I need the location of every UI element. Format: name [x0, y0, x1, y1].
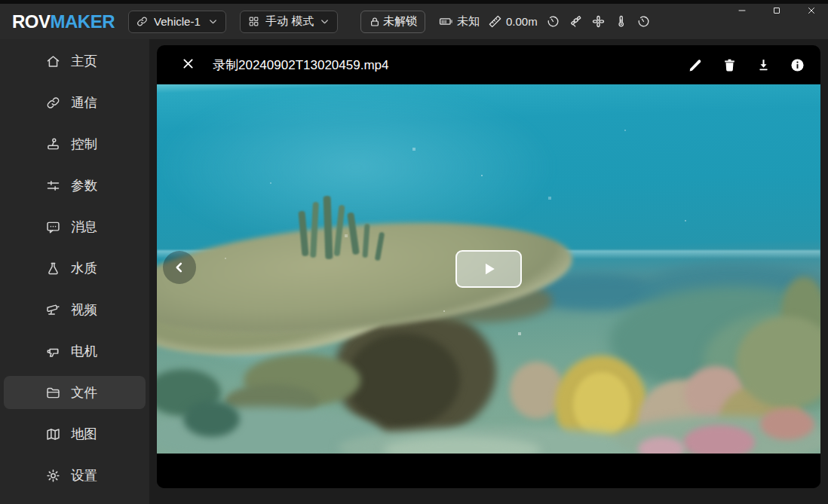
player-footer [157, 454, 820, 488]
main-content: 录制20240902T13020459.mp4 [149, 39, 828, 504]
gauge-icon [546, 14, 560, 29]
home-icon [45, 53, 61, 69]
video-frame[interactable] [157, 84, 820, 454]
delete-button[interactable] [722, 57, 738, 73]
battery-icon [439, 14, 453, 29]
satellite-icon [569, 14, 583, 29]
sidebar-item-motors[interactable]: 电机 [4, 334, 146, 368]
joystick-icon [45, 136, 61, 152]
chevron-down-icon [207, 16, 219, 27]
battery-status: 未知 [439, 14, 480, 29]
info-icon [790, 57, 805, 73]
toolbar: ROVMAKER Vehicle-1 手动 模式 [0, 4, 828, 39]
sidebar-item-label: 水质 [71, 259, 97, 277]
maximize-icon [772, 6, 781, 15]
sidebar-item-water-quality[interactable]: 水质 [4, 252, 146, 285]
sidebar-item-comms[interactable]: 通信 [4, 86, 146, 119]
sidebar-item-label: 控制 [71, 135, 97, 153]
play-icon [478, 258, 499, 279]
close-icon [181, 57, 195, 71]
download-icon [756, 57, 771, 73]
logo-rov: ROV [12, 11, 51, 32]
ruler-icon [488, 14, 502, 29]
app-body: 主页 通信 控制 参数 [0, 39, 828, 504]
sidebar-item-label: 文件 [71, 383, 97, 402]
maximize-button[interactable] [768, 3, 786, 18]
depth-status: 0.00m [488, 14, 538, 29]
depth-value: 0.00m [506, 15, 538, 28]
sidebar-item-control[interactable]: 控制 [4, 127, 146, 160]
edit-icon [688, 57, 704, 73]
video-player-panel: 录制20240902T13020459.mp4 [157, 45, 820, 488]
sidebar-item-messages[interactable]: 消息 [4, 210, 146, 243]
app-logo: ROVMAKER [12, 11, 115, 32]
play-button[interactable] [455, 250, 522, 288]
map-icon [45, 426, 61, 442]
battery-value: 未知 [457, 14, 480, 29]
motor-icon [45, 344, 61, 359]
gauge-indicator [546, 14, 560, 29]
thermometer-icon [614, 14, 628, 29]
thermometer-indicator [614, 14, 628, 29]
sidebar-item-files[interactable]: 文件 [4, 376, 146, 409]
sidebar-item-label: 参数 [71, 176, 97, 194]
info-button[interactable] [790, 57, 805, 73]
sidebar: 主页 通信 控制 参数 [0, 39, 149, 504]
sidebar-item-label: 设置 [71, 466, 97, 484]
sidebar-item-video[interactable]: 视频 [4, 293, 146, 326]
app-window: ROVMAKER Vehicle-1 手动 模式 [0, 0, 828, 504]
app-header: ROVMAKER Vehicle-1 手动 模式 [0, 0, 828, 39]
sliders-icon [45, 178, 61, 194]
gauge-icon [636, 14, 651, 29]
vehicle-select[interactable]: Vehicle-1 [128, 11, 226, 33]
link-icon [136, 15, 149, 28]
mode-select-value: 手动 模式 [265, 14, 319, 29]
player-actions [688, 57, 805, 73]
sidebar-item-label: 视频 [71, 301, 97, 319]
close-window-button[interactable] [802, 3, 820, 18]
gear-icon [45, 468, 61, 484]
flask-icon [45, 261, 61, 276]
sidebar-item-label: 地图 [71, 425, 97, 443]
lock-icon [369, 16, 381, 28]
vehicle-select-value: Vehicle-1 [154, 15, 207, 28]
grid-icon [247, 15, 260, 28]
player-close-button[interactable] [179, 57, 196, 73]
chevron-left-icon [171, 259, 188, 276]
edit-button[interactable] [688, 57, 704, 73]
chevron-down-icon [319, 16, 330, 27]
message-icon [45, 219, 61, 235]
sidebar-item-map[interactable]: 地图 [4, 417, 146, 451]
mode-select[interactable]: 手动 模式 [240, 11, 338, 33]
sidebar-item-label: 电机 [71, 342, 97, 360]
satellite-indicator [569, 14, 583, 29]
propeller-indicator [591, 14, 606, 29]
propeller-icon [591, 14, 606, 29]
video-camera-icon [45, 302, 61, 318]
previous-file-button[interactable] [163, 251, 196, 284]
download-button[interactable] [756, 57, 771, 73]
minimize-button[interactable] [733, 3, 751, 18]
link-icon [45, 95, 61, 111]
folder-icon [45, 385, 61, 401]
player-header: 录制20240902T13020459.mp4 [157, 45, 820, 84]
sidebar-item-settings[interactable]: 设置 [4, 459, 146, 492]
delete-icon [722, 57, 738, 73]
sidebar-item-label: 消息 [71, 218, 97, 236]
window-controls [733, 3, 820, 18]
minimize-icon [738, 6, 747, 15]
sidebar-item-home[interactable]: 主页 [4, 44, 146, 78]
logo-maker: MAKER [51, 11, 115, 32]
sidebar-item-params[interactable]: 参数 [4, 169, 146, 202]
sidebar-item-label: 通信 [71, 93, 97, 111]
video-filename: 录制20240902T13020459.mp4 [213, 57, 688, 74]
sidebar-item-label: 主页 [71, 52, 97, 70]
arm-lock-label: 未解锁 [383, 14, 417, 29]
arm-lock-button[interactable]: 未解锁 [360, 11, 425, 33]
gauge-indicator [636, 14, 651, 29]
status-bar: 未知 0.00m [439, 14, 651, 29]
close-icon [807, 6, 816, 15]
